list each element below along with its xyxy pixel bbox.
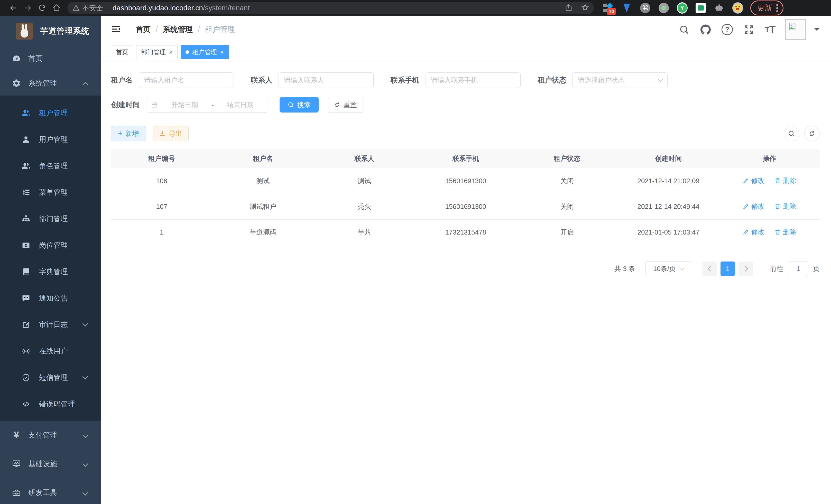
sidebar-item-infra[interactable]: 基础设施 xyxy=(0,449,101,478)
tab-home[interactable]: 首页 xyxy=(111,45,133,59)
extension-chat-icon[interactable] xyxy=(695,3,706,13)
sidebar-item-payment[interactable]: ¥ 支付管理 xyxy=(0,421,101,449)
col-tenant-id: 租户编号 xyxy=(111,149,212,168)
breadcrumb-system[interactable]: 系统管理 xyxy=(163,24,193,35)
date-range-picker[interactable]: 开始日期 - 结束日期 xyxy=(146,97,268,113)
extension-yudao-icon[interactable]: Y xyxy=(677,3,688,13)
edit-link[interactable]: 修改 xyxy=(743,228,765,237)
back-icon[interactable] xyxy=(6,2,21,13)
extension-kite-icon[interactable] xyxy=(621,3,632,13)
reload-icon[interactable] xyxy=(35,2,49,13)
sidebar-item-post[interactable]: 岗位管理 xyxy=(0,232,101,259)
app-logo-row[interactable]: 芋道管理系统 xyxy=(0,16,101,46)
extensions-puzzle-icon[interactable] xyxy=(714,3,725,13)
sidebar-item-error-code[interactable]: 错误码管理 xyxy=(0,391,101,417)
extension-badge: 10 xyxy=(607,8,616,15)
delete-link[interactable]: 删除 xyxy=(774,228,796,237)
edit-link[interactable]: 修改 xyxy=(743,202,765,211)
export-button[interactable]: 导出 xyxy=(153,126,189,141)
calendar-icon xyxy=(151,101,158,109)
avatar[interactable] xyxy=(785,19,806,40)
sidebar-item-user[interactable]: 用户管理 xyxy=(0,126,101,153)
help-icon[interactable]: ? xyxy=(720,23,734,36)
security-warning[interactable]: 不安全 xyxy=(73,3,103,12)
page-content: 租户名 联系人 联系手机 租户状态 请选择租户状态 创建时间 xyxy=(101,61,831,276)
sidebar-item-home[interactable]: 首页 xyxy=(0,46,101,71)
mobile-input[interactable] xyxy=(426,72,521,88)
avatar-caret-icon[interactable] xyxy=(814,28,820,34)
tab-tenant[interactable]: 租户管理 × xyxy=(181,45,229,59)
sidebar-item-devtools[interactable]: 研发工具 xyxy=(0,478,101,504)
broken-image-icon xyxy=(788,22,797,31)
reset-button[interactable]: 重置 xyxy=(327,97,364,113)
filter-form-row-1: 租户名 联系人 联系手机 租户状态 请选择租户状态 xyxy=(111,72,820,88)
edit-link[interactable]: 修改 xyxy=(743,176,765,185)
github-icon[interactable] xyxy=(699,23,712,36)
sidebar-item-role[interactable]: 角色管理 xyxy=(0,153,101,179)
pen-icon xyxy=(743,177,749,184)
sidebar-item-notice[interactable]: 通知公告 xyxy=(0,285,101,312)
forward-icon[interactable] xyxy=(21,2,35,13)
sidebar-item-menu[interactable]: 菜单管理 xyxy=(0,179,101,206)
bookmark-star-icon[interactable] xyxy=(581,4,589,12)
pagination: 共 3 条 10条/页 1 前往 页 xyxy=(111,261,820,276)
show-search-button[interactable] xyxy=(784,126,799,141)
delete-link[interactable]: 删除 xyxy=(774,176,796,185)
sidebar-item-online-users[interactable]: 在线用户 xyxy=(0,338,101,364)
org-chart-icon xyxy=(21,214,31,224)
close-icon[interactable]: × xyxy=(220,49,224,56)
cell-mobile: 15601691300 xyxy=(415,194,516,219)
refresh-table-button[interactable] xyxy=(804,126,820,141)
browser-menu-icon[interactable] xyxy=(776,4,778,12)
delete-link[interactable]: 删除 xyxy=(774,202,796,211)
search-button[interactable]: 搜索 xyxy=(280,97,319,113)
home-icon[interactable] xyxy=(49,2,64,13)
extension-command-icon[interactable]: ⌘ xyxy=(640,3,651,13)
fullscreen-icon[interactable] xyxy=(742,23,755,36)
add-button[interactable]: + 新增 xyxy=(111,126,146,141)
tab-dept[interactable]: 部门管理 × xyxy=(136,45,177,59)
share-icon[interactable] xyxy=(565,4,573,12)
contact-input[interactable] xyxy=(279,72,374,88)
cell-contact: 芋艿 xyxy=(314,219,415,245)
sidebar-item-label: 租户管理 xyxy=(39,108,68,118)
sidebar-item-system[interactable]: 系统管理 xyxy=(0,71,101,95)
goto-page-input[interactable] xyxy=(788,262,808,276)
header-search-icon[interactable] xyxy=(677,23,691,36)
sidebar-item-audit-log[interactable]: 审计日志 xyxy=(0,312,101,338)
sidebar-item-dept[interactable]: 部门管理 xyxy=(0,206,101,232)
close-icon[interactable]: × xyxy=(169,49,173,56)
font-size-icon[interactable]: TT xyxy=(764,23,777,36)
next-page-button[interactable] xyxy=(739,262,753,276)
active-dot xyxy=(185,50,189,54)
extension-emoji-icon[interactable] xyxy=(732,3,743,13)
page-1-button[interactable]: 1 xyxy=(720,262,735,276)
address-bar[interactable]: 不安全 dashboard.yudao.iocoder.cn/system/te… xyxy=(67,2,594,14)
sidebar-item-sms[interactable]: 短信管理 xyxy=(0,364,101,391)
prev-page-button[interactable] xyxy=(703,262,717,276)
refresh-icon xyxy=(808,130,815,137)
extension-tabs-icon[interactable]: 10 xyxy=(603,3,613,13)
breadcrumb-home[interactable]: 首页 xyxy=(136,24,150,35)
tenant-name-input[interactable] xyxy=(139,72,234,88)
sidebar-item-label: 首页 xyxy=(28,54,42,63)
tenant-name-label: 租户名 xyxy=(111,75,133,85)
users-icon xyxy=(21,108,31,118)
page-url[interactable]: dashboard.yudao.iocoder.cn/system/tenant xyxy=(113,4,250,12)
pen-icon xyxy=(743,203,749,210)
sidebar-item-label: 菜单管理 xyxy=(39,187,68,197)
col-actions: 操作 xyxy=(719,149,820,168)
status-select[interactable]: 请选择租户状态 xyxy=(573,72,667,88)
sidebar-item-tenant[interactable]: 租户管理 xyxy=(0,100,101,126)
sidebar-item-dict[interactable]: 字典管理 xyxy=(0,259,101,285)
page-size-select[interactable]: 10条/页 xyxy=(646,261,691,276)
start-date: 开始日期 xyxy=(162,100,208,110)
chevron-down-icon xyxy=(83,321,88,327)
sidebar-item-label: 用户管理 xyxy=(39,135,68,144)
collapse-sidebar-icon[interactable] xyxy=(111,24,122,35)
extension-record-icon[interactable] xyxy=(658,3,669,13)
edit-square-icon xyxy=(21,320,31,330)
cell-mobile: 15601691300 xyxy=(415,168,516,194)
breadcrumb-separator: / xyxy=(156,25,158,34)
chrome-update-button[interactable]: 更新 xyxy=(750,1,783,16)
